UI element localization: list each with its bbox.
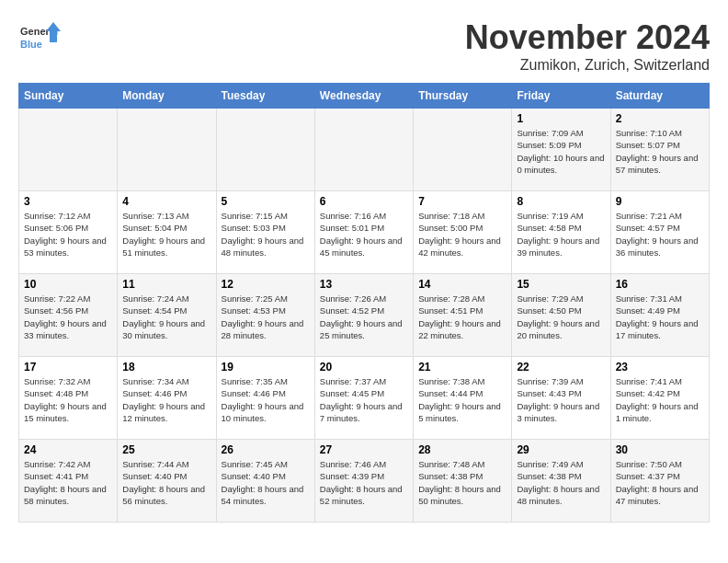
calendar-cell: 21Sunrise: 7:38 AMSunset: 4:44 PMDayligh… xyxy=(414,357,512,440)
day-number: 18 xyxy=(122,361,210,373)
calendar-cell xyxy=(118,109,216,191)
day-info: Sunrise: 7:13 AMSunset: 5:04 PMDaylight:… xyxy=(122,210,210,259)
day-info: Sunrise: 7:39 AMSunset: 4:43 PMDaylight:… xyxy=(517,375,605,424)
day-info: Sunrise: 7:25 AMSunset: 4:53 PMDaylight:… xyxy=(222,293,310,341)
day-number: 23 xyxy=(616,361,704,373)
week-row-3: 10Sunrise: 7:22 AMSunset: 4:56 PMDayligh… xyxy=(19,274,710,357)
header-friday: Friday xyxy=(512,84,610,109)
day-info: Sunrise: 7:45 AMSunset: 4:40 PMDaylight:… xyxy=(222,458,310,507)
calendar-table: SundayMondayTuesdayWednesdayThursdayFrid… xyxy=(18,83,710,523)
day-number: 13 xyxy=(320,278,408,291)
calendar-cell: 28Sunrise: 7:48 AMSunset: 4:38 PMDayligh… xyxy=(414,440,512,523)
week-row-4: 17Sunrise: 7:32 AMSunset: 4:48 PMDayligh… xyxy=(19,357,710,440)
day-info: Sunrise: 7:24 AMSunset: 4:54 PMDaylight:… xyxy=(122,293,210,341)
calendar-cell: 12Sunrise: 7:25 AMSunset: 4:53 PMDayligh… xyxy=(216,274,314,357)
day-number: 9 xyxy=(616,195,704,208)
calendar-cell: 2Sunrise: 7:10 AMSunset: 5:07 PMDaylight… xyxy=(610,109,709,191)
calendar-cell: 17Sunrise: 7:32 AMSunset: 4:48 PMDayligh… xyxy=(19,357,118,440)
day-number: 27 xyxy=(320,443,408,456)
day-number: 12 xyxy=(222,278,310,291)
day-number: 8 xyxy=(517,195,605,208)
day-number: 1 xyxy=(517,112,605,125)
day-info: Sunrise: 7:19 AMSunset: 4:58 PMDaylight:… xyxy=(517,210,605,259)
day-info: Sunrise: 7:35 AMSunset: 4:46 PMDaylight:… xyxy=(222,375,310,424)
day-info: Sunrise: 7:10 AMSunset: 5:07 PMDaylight:… xyxy=(616,127,704,176)
day-info: Sunrise: 7:41 AMSunset: 4:42 PMDaylight:… xyxy=(616,375,704,424)
calendar-cell: 13Sunrise: 7:26 AMSunset: 4:52 PMDayligh… xyxy=(314,274,413,357)
day-info: Sunrise: 7:09 AMSunset: 5:09 PMDaylight:… xyxy=(517,127,605,176)
day-number: 14 xyxy=(418,278,506,291)
day-info: Sunrise: 7:50 AMSunset: 4:37 PMDaylight:… xyxy=(616,458,704,507)
calendar-cell: 15Sunrise: 7:29 AMSunset: 4:50 PMDayligh… xyxy=(512,274,610,357)
day-number: 21 xyxy=(418,361,506,373)
calendar-cell: 18Sunrise: 7:34 AMSunset: 4:46 PMDayligh… xyxy=(118,357,216,440)
day-number: 2 xyxy=(616,112,704,125)
day-number: 20 xyxy=(320,361,408,373)
calendar-cell: 24Sunrise: 7:42 AMSunset: 4:41 PMDayligh… xyxy=(19,440,118,523)
day-info: Sunrise: 7:26 AMSunset: 4:52 PMDaylight:… xyxy=(320,293,408,341)
day-number: 19 xyxy=(222,361,310,373)
header-tuesday: Tuesday xyxy=(216,84,314,109)
day-info: Sunrise: 7:42 AMSunset: 4:41 PMDaylight:… xyxy=(24,458,112,507)
day-info: Sunrise: 7:31 AMSunset: 4:49 PMDaylight:… xyxy=(616,293,704,341)
day-info: Sunrise: 7:34 AMSunset: 4:46 PMDaylight:… xyxy=(122,375,210,424)
day-info: Sunrise: 7:48 AMSunset: 4:38 PMDaylight:… xyxy=(418,458,506,507)
day-number: 15 xyxy=(517,278,605,291)
day-number: 4 xyxy=(122,195,210,208)
month-title: November 2024 xyxy=(465,18,710,57)
location-subtitle: Zumikon, Zurich, Switzerland xyxy=(465,57,710,74)
calendar-cell: 5Sunrise: 7:15 AMSunset: 5:03 PMDaylight… xyxy=(216,191,314,274)
calendar-cell: 1Sunrise: 7:09 AMSunset: 5:09 PMDaylight… xyxy=(512,109,610,191)
logo-svg: General Blue xyxy=(18,18,64,60)
header-monday: Monday xyxy=(118,84,216,109)
calendar-cell: 7Sunrise: 7:18 AMSunset: 5:00 PMDaylight… xyxy=(414,191,512,274)
calendar-cell xyxy=(414,109,512,191)
week-row-5: 24Sunrise: 7:42 AMSunset: 4:41 PMDayligh… xyxy=(19,440,710,523)
calendar-cell: 14Sunrise: 7:28 AMSunset: 4:51 PMDayligh… xyxy=(414,274,512,357)
week-row-2: 3Sunrise: 7:12 AMSunset: 5:06 PMDaylight… xyxy=(19,191,710,274)
day-number: 28 xyxy=(418,443,506,456)
day-info: Sunrise: 7:28 AMSunset: 4:51 PMDaylight:… xyxy=(418,293,506,341)
day-info: Sunrise: 7:21 AMSunset: 4:57 PMDaylight:… xyxy=(616,210,704,259)
calendar-cell: 3Sunrise: 7:12 AMSunset: 5:06 PMDaylight… xyxy=(19,191,118,274)
calendar-cell xyxy=(314,109,413,191)
day-number: 26 xyxy=(222,443,310,456)
day-number: 10 xyxy=(24,278,112,291)
calendar-cell: 10Sunrise: 7:22 AMSunset: 4:56 PMDayligh… xyxy=(19,274,118,357)
header-thursday: Thursday xyxy=(414,84,512,109)
day-info: Sunrise: 7:49 AMSunset: 4:38 PMDaylight:… xyxy=(517,458,605,507)
day-info: Sunrise: 7:46 AMSunset: 4:39 PMDaylight:… xyxy=(320,458,408,507)
header-wednesday: Wednesday xyxy=(314,84,413,109)
day-info: Sunrise: 7:16 AMSunset: 5:01 PMDaylight:… xyxy=(320,210,408,259)
calendar-cell: 19Sunrise: 7:35 AMSunset: 4:46 PMDayligh… xyxy=(216,357,314,440)
calendar-cell: 9Sunrise: 7:21 AMSunset: 4:57 PMDaylight… xyxy=(610,191,709,274)
day-number: 29 xyxy=(517,443,605,456)
calendar-cell: 23Sunrise: 7:41 AMSunset: 4:42 PMDayligh… xyxy=(610,357,709,440)
day-info: Sunrise: 7:15 AMSunset: 5:03 PMDaylight:… xyxy=(222,210,310,259)
calendar-cell xyxy=(19,109,118,191)
calendar-cell: 26Sunrise: 7:45 AMSunset: 4:40 PMDayligh… xyxy=(216,440,314,523)
day-number: 16 xyxy=(616,278,704,291)
day-number: 25 xyxy=(122,443,210,456)
day-number: 24 xyxy=(24,443,112,456)
calendar-cell: 22Sunrise: 7:39 AMSunset: 4:43 PMDayligh… xyxy=(512,357,610,440)
header: General Blue November 2024 Zumikon, Zuri… xyxy=(18,18,710,74)
calendar-cell: 11Sunrise: 7:24 AMSunset: 4:54 PMDayligh… xyxy=(118,274,216,357)
header-sunday: Sunday xyxy=(19,84,118,109)
header-row: SundayMondayTuesdayWednesdayThursdayFrid… xyxy=(19,84,710,109)
day-info: Sunrise: 7:37 AMSunset: 4:45 PMDaylight:… xyxy=(320,375,408,424)
calendar-cell: 8Sunrise: 7:19 AMSunset: 4:58 PMDaylight… xyxy=(512,191,610,274)
title-block: November 2024 Zumikon, Zurich, Switzerla… xyxy=(465,18,710,74)
calendar-cell xyxy=(216,109,314,191)
day-info: Sunrise: 7:44 AMSunset: 4:40 PMDaylight:… xyxy=(122,458,210,507)
day-number: 17 xyxy=(24,361,112,373)
day-number: 11 xyxy=(122,278,210,291)
day-info: Sunrise: 7:29 AMSunset: 4:50 PMDaylight:… xyxy=(517,293,605,341)
day-info: Sunrise: 7:38 AMSunset: 4:44 PMDaylight:… xyxy=(418,375,506,424)
calendar-cell: 27Sunrise: 7:46 AMSunset: 4:39 PMDayligh… xyxy=(314,440,413,523)
day-info: Sunrise: 7:22 AMSunset: 4:56 PMDaylight:… xyxy=(24,293,112,341)
day-info: Sunrise: 7:18 AMSunset: 5:00 PMDaylight:… xyxy=(418,210,506,259)
day-info: Sunrise: 7:32 AMSunset: 4:48 PMDaylight:… xyxy=(24,375,112,424)
calendar-cell: 4Sunrise: 7:13 AMSunset: 5:04 PMDaylight… xyxy=(118,191,216,274)
calendar-cell: 30Sunrise: 7:50 AMSunset: 4:37 PMDayligh… xyxy=(610,440,709,523)
